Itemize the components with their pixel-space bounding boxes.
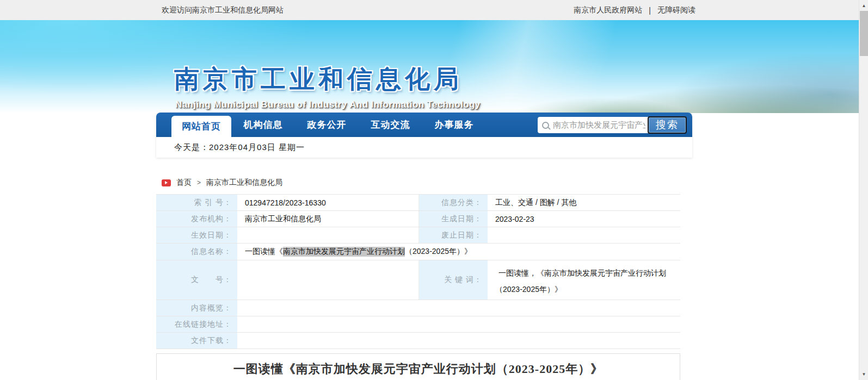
date-bar: 今天是：2023年04月03日 星期一 (156, 137, 692, 158)
value-info-category: 工业、交通 / 图解 / 其他 (488, 195, 680, 210)
value-file-download (238, 333, 680, 348)
today-date-text: 今天是：2023年04月03日 星期一 (174, 142, 305, 153)
label-issue-date: 生成日期： (419, 211, 488, 227)
header-banner: 南京市工业和信息化局 Nanjing Municipal Bureau of I… (0, 20, 859, 113)
value-index-number: 012947218/2023-16330 (238, 195, 419, 210)
scroll-up-icon[interactable]: ▲ (859, 1, 868, 10)
label-online-link: 在线链接地址： (156, 316, 238, 332)
label-info-category: 信息分类： (419, 195, 488, 210)
site-subtitle-en: Nanjing Municipal Bureau of Industry And… (175, 99, 481, 110)
vertical-scrollbar: ▲ ▼ (859, 0, 868, 380)
label-doc-number: 文 号： (156, 260, 238, 300)
welcome-text: 欢迎访问南京市工业和信息化局网站 (162, 5, 284, 15)
article-box: 一图读懂《南京市加快发展元宇宙产业行动计划（2023-2025年）》 (156, 353, 680, 380)
value-effective-date (238, 227, 419, 243)
tab-gov-affairs[interactable]: 政务公开 (295, 113, 359, 137)
label-keywords: 关 键 词： (419, 260, 488, 300)
value-online-link (238, 316, 680, 332)
tab-org-info[interactable]: 机构信息 (231, 113, 295, 137)
article-title: 一图读懂《南京市加快发展元宇宙产业行动计划（2023-2025年）》 (233, 361, 603, 380)
info-name-suffix: （2023-2025年）》 (405, 247, 472, 257)
label-info-name: 信息名称： (156, 244, 238, 260)
value-doc-number (238, 260, 419, 300)
tab-home[interactable]: 网站首页 (171, 116, 231, 137)
topbar-divider: | (649, 6, 651, 15)
breadcrumb-separator: > (197, 179, 201, 186)
top-utility-bar: 欢迎访问南京市工业和信息化局网站 南京市人民政府网站 | 无障碍阅读 (0, 0, 859, 20)
table-row-info-name: 信息名称： 一图读懂《南京市加快发展元宇宙产业行动计划（2023-2025年）》 (156, 244, 680, 260)
label-effective-date: 生效日期： (156, 227, 238, 243)
value-issue-date: 2023-02-23 (488, 211, 680, 227)
search-button[interactable]: 搜索 (648, 116, 687, 134)
search-input-wrap (538, 117, 653, 133)
search-input[interactable] (553, 121, 645, 130)
breadcrumb: 首页 > 南京市工业和信息化局 (162, 178, 282, 188)
tab-interaction[interactable]: 互动交流 (359, 113, 422, 137)
nav-container: 网站首页 机构信息 政务公开 互动交流 办事服务 搜索 今天是：2023年04月… (156, 113, 692, 158)
scroll-down-icon[interactable]: ▼ (859, 370, 868, 379)
label-issuing-agency: 发布机构： (156, 211, 238, 227)
label-repeal-date: 废止日期： (419, 227, 488, 243)
table-row: 生效日期： 废止日期： (156, 227, 680, 244)
value-repeal-date (488, 227, 680, 243)
label-content-overview: 内容概览： (156, 300, 238, 316)
value-content-overview (238, 300, 680, 316)
table-row-docnum-keywords: 文 号： 关 键 词： 一图读懂，《南京市加快发展元宇宙产业行动计划（2023-… (156, 260, 680, 300)
document-meta-table: 索 引 号： 012947218/2023-16330 信息分类： 工业、交通 … (156, 194, 680, 349)
value-issuing-agency: 南京市工业和信息化局 (238, 211, 419, 227)
search-icon (542, 122, 549, 129)
breadcrumb-current: 南京市工业和信息化局 (206, 178, 282, 188)
accessibility-link[interactable]: 无障碍阅读 (657, 5, 695, 15)
info-name-prefix: 一图读懂《 (245, 247, 283, 257)
scrollbar-thumb[interactable] (860, 11, 868, 56)
value-keywords: 一图读懂，《南京市加快发展元宇宙产业行动计划（2023-2025年）》 (488, 260, 680, 300)
table-row: 索 引 号： 012947218/2023-16330 信息分类： 工业、交通 … (156, 195, 680, 211)
table-row: 发布机构： 南京市工业和信息化局 生成日期： 2023-02-23 (156, 211, 680, 227)
table-row: 内容概览： (156, 300, 680, 316)
breadcrumb-home-link[interactable]: 首页 (176, 178, 192, 188)
label-file-download: 文件下载： (156, 333, 238, 348)
breadcrumb-marker-icon (162, 179, 171, 186)
site-title: 南京市工业和信息化局 (174, 63, 463, 96)
table-row: 在线链接地址： (156, 316, 680, 333)
search-area: 搜索 (538, 116, 687, 134)
table-row: 文件下载： (156, 333, 680, 349)
info-name-highlighted: 南京市加快发展元宇宙产业行动计划 (283, 247, 405, 257)
gov-site-link[interactable]: 南京市人民政府网站 (574, 5, 642, 15)
tab-services[interactable]: 办事服务 (422, 113, 486, 137)
label-index-number: 索 引 号： (156, 195, 238, 210)
value-info-name: 一图读懂《南京市加快发展元宇宙产业行动计划（2023-2025年）》 (238, 244, 680, 260)
main-nav: 网站首页 机构信息 政务公开 互动交流 办事服务 搜索 (156, 113, 692, 137)
